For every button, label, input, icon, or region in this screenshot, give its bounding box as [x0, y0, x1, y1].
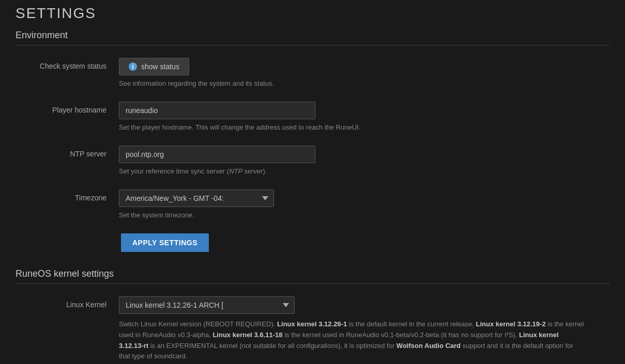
- player-hostname-controls: Set the player hostname. This will chang…: [119, 102, 609, 131]
- kernel-desc-k3: Linux kernel 3.6.11-18: [212, 331, 282, 339]
- linux-kernel-select[interactable]: Linux kernel 3.12.26-1 ARCH [ Linux kern…: [119, 296, 295, 314]
- timezone-help: Set the system timezone.: [119, 211, 609, 219]
- ntp-help-em: NTP server: [229, 167, 263, 175]
- ntp-help-pre: Set your reference time sync server (: [119, 167, 229, 175]
- apply-row: APPLY SETTINGS: [16, 233, 609, 252]
- ntp-server-input[interactable]: [119, 146, 315, 163]
- kernel-heading: RuneOS kernel settings: [16, 268, 609, 284]
- check-system-status-label: Check system status: [26, 58, 119, 70]
- info-icon: i: [129, 62, 137, 71]
- player-hostname-help: Set the player hostname. This will chang…: [119, 123, 609, 131]
- timezone-label: Timezone: [26, 189, 119, 202]
- apply-settings-button[interactable]: APPLY SETTINGS: [121, 233, 209, 252]
- environment-section: Environment Check system status i show s…: [16, 30, 609, 252]
- check-system-status-row: Check system status i show status See in…: [16, 58, 609, 87]
- player-hostname-row: Player hostname Set the player hostname.…: [16, 102, 609, 131]
- show-status-button[interactable]: i show status: [119, 58, 189, 75]
- kernel-desc-mid4: is an EXPERIMENTAL kernel (not suitable …: [148, 342, 397, 350]
- linux-kernel-row: Linux Kernel Linux kernel 3.12.26-1 ARCH…: [16, 296, 609, 362]
- ntp-help-post: ).: [263, 167, 267, 175]
- environment-heading: Environment: [16, 30, 609, 45]
- kernel-desc-mid3: is the kernel used in RuneAudio v0.1-bet…: [283, 331, 519, 339]
- timezone-row: Timezone America/New_York - GMT -04: UTC…: [16, 189, 609, 219]
- player-hostname-label: Player hostname: [26, 102, 119, 114]
- ntp-server-help: Set your reference time sync server (NTP…: [119, 167, 609, 175]
- kernel-description: Switch Linux Kernel version (REBOOT REQU…: [119, 319, 584, 362]
- timezone-controls: America/New_York - GMT -04: UTC - GMT +0…: [119, 189, 609, 219]
- linux-kernel-label: Linux Kernel: [26, 296, 119, 309]
- player-hostname-input[interactable]: [119, 102, 315, 119]
- show-status-button-label: show status: [141, 62, 179, 71]
- kernel-desc-mid1: is the default kernel in the current rel…: [347, 320, 476, 328]
- page-title: SETTINGS: [16, 5, 609, 22]
- check-system-status-help: See information regarding the system and…: [119, 80, 609, 87]
- ntp-server-row: NTP server Set your reference time sync …: [16, 146, 609, 175]
- check-system-status-controls: i show status See information regarding …: [119, 58, 609, 87]
- kernel-desc-k1: Linux kernel 3.12.26-1: [277, 320, 347, 328]
- kernel-desc-pre: Switch Linux Kernel version (REBOOT REQU…: [119, 320, 277, 328]
- ntp-server-controls: Set your reference time sync server (NTP…: [119, 146, 609, 175]
- timezone-select[interactable]: America/New_York - GMT -04: UTC - GMT +0…: [119, 189, 274, 207]
- linux-kernel-controls: Linux kernel 3.12.26-1 ARCH [ Linux kern…: [119, 296, 609, 362]
- kernel-section: RuneOS kernel settings Linux Kernel Linu…: [16, 268, 609, 362]
- ntp-server-label: NTP server: [26, 146, 119, 158]
- kernel-desc-k2: Linux kernel 3.12.19-2: [476, 320, 546, 328]
- kernel-desc-k5: Wolfson Audio Card: [397, 342, 461, 350]
